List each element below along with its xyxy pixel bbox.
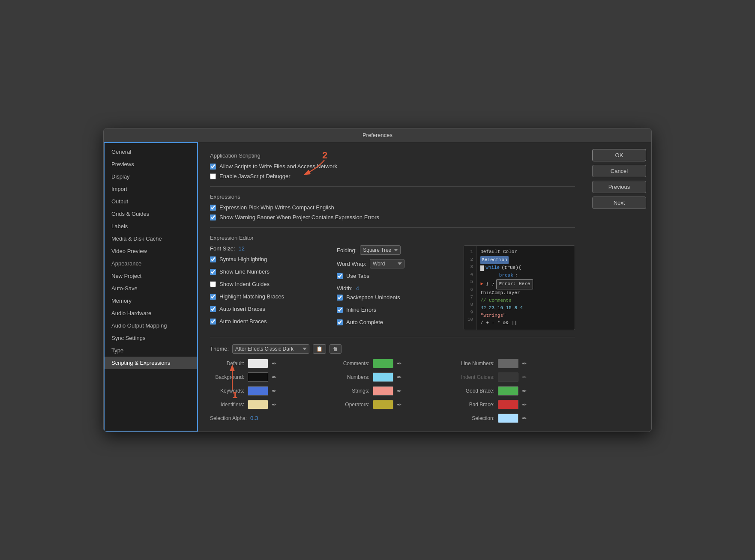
comments-color-item: Comments: ✒ (335, 359, 450, 368)
allow-scripts-checkbox[interactable] (210, 164, 216, 170)
expressions-header: Expressions (210, 194, 575, 200)
enable-debugger-checkbox[interactable] (210, 173, 216, 179)
good-brace-eyedropper[interactable]: ✒ (522, 388, 527, 394)
background-swatch[interactable] (248, 372, 268, 382)
background-eyedropper[interactable]: ✒ (272, 374, 277, 380)
operators-swatch[interactable] (373, 400, 393, 409)
operators-label: Operators: (335, 402, 369, 408)
sidebar-item-labels[interactable]: Labels (105, 220, 197, 232)
sidebar-item-memory[interactable]: Memory (105, 295, 197, 307)
theme-copy-button[interactable]: 📋 (313, 344, 326, 354)
good-brace-swatch[interactable] (498, 386, 518, 396)
numbers-swatch[interactable] (373, 372, 393, 382)
theme-delete-button[interactable]: 🗑 (330, 344, 342, 354)
strings-eyedropper[interactable]: ✒ (397, 388, 402, 394)
use-tabs-checkbox[interactable] (337, 273, 343, 279)
comments-swatch[interactable] (373, 359, 393, 368)
sidebar-item-general[interactable]: General (105, 146, 197, 158)
selection-eyedropper[interactable]: ✒ (522, 415, 527, 421)
sidebar-item-auto-save[interactable]: Auto-Save (105, 282, 197, 295)
identifiers-color-item: Identifiers: ✒ (210, 400, 325, 409)
sidebar-item-media-disk-cache[interactable]: Media & Disk Cache (105, 232, 197, 245)
sidebar-item-sync-settings[interactable]: Sync Settings (105, 332, 197, 344)
highlight-braces-checkbox[interactable] (210, 294, 216, 300)
cancel-button[interactable]: Cancel (592, 165, 646, 177)
strings-swatch[interactable] (373, 386, 393, 396)
expression-editor-header: Expression Editor (210, 235, 575, 241)
bad-brace-eyedropper[interactable]: ✒ (522, 402, 527, 408)
syntax-highlighting-checkbox[interactable] (210, 256, 216, 262)
sidebar-item-audio-output-mapping[interactable]: Audio Output Mapping (105, 319, 197, 332)
numbers-color-item: Numbers: ✒ (335, 372, 450, 382)
indent-guides-eyedropper: ✒ (522, 374, 527, 380)
identifiers-swatch[interactable] (248, 400, 268, 409)
auto-indent-braces-checkbox[interactable] (210, 319, 216, 325)
selection-swatch[interactable] (498, 414, 518, 423)
auto-complete-label: Auto Complete (346, 319, 383, 325)
theme-label: Theme: (210, 346, 229, 352)
ok-button[interactable]: OK (592, 149, 646, 161)
selection-alpha-item: Selection Alpha: 0.3 (210, 414, 325, 423)
identifiers-eyedropper[interactable]: ✒ (272, 402, 277, 408)
pick-whip-label: Expression Pick Whip Writes Compact Engl… (219, 204, 334, 211)
sidebar-item-previews[interactable]: Previews (105, 158, 197, 170)
sidebar-item-video-preview[interactable]: Video Preview (105, 245, 197, 257)
folding-select[interactable]: Square Tree None Indent (360, 245, 401, 255)
previous-button[interactable]: Previous (592, 181, 646, 193)
line-numbers-eyedropper[interactable]: ✒ (522, 360, 527, 366)
color-grid: Default: ✒ Comments: ✒ Line Numbers: ✒ (210, 359, 575, 423)
show-line-numbers-checkbox[interactable] (210, 269, 216, 275)
comments-eyedropper[interactable]: ✒ (397, 360, 402, 366)
sidebar-item-appearance[interactable]: Appearance (105, 257, 197, 270)
allow-scripts-row: Allow Scripts to Write Files and Access … (210, 163, 575, 170)
good-brace-color-item: Good Brace: ✒ (460, 386, 575, 396)
auto-indent-braces-label: Auto Indent Braces (219, 318, 267, 325)
auto-insert-braces-label: Auto Insert Braces (219, 306, 265, 312)
right-buttons-panel: OK Cancel Previous Next (587, 142, 651, 432)
width-label: Width: (337, 285, 353, 292)
next-button[interactable]: Next (592, 197, 646, 209)
app-scripting-section: Application Scripting Allow Scripts to W… (210, 152, 575, 179)
syntax-highlighting-label: Syntax Highlighting (219, 256, 267, 262)
pick-whip-row: Expression Pick Whip Writes Compact Engl… (210, 204, 575, 211)
enable-debugger-label: Enable JavaScript Debugger (219, 173, 291, 179)
use-tabs-label: Use Tabs (346, 273, 369, 279)
wordwrap-select[interactable]: Word None Character (370, 259, 404, 268)
code-line-2: Selection (480, 256, 571, 265)
left-checkboxes: Syntax Highlighting Show Line Numbers Sh… (210, 256, 328, 328)
background-color-item: Background: ✒ (210, 372, 325, 382)
line-numbers-swatch[interactable] (498, 359, 518, 368)
keywords-eyedropper[interactable]: ✒ (272, 388, 277, 394)
sidebar-item-import[interactable]: Import (105, 183, 197, 195)
default-swatch[interactable] (248, 359, 268, 368)
default-eyedropper[interactable]: ✒ (272, 360, 277, 366)
sidebar-item-type[interactable]: Type (105, 344, 197, 357)
allow-scripts-label: Allow Scripts to Write Files and Access … (219, 163, 337, 170)
sidebar-item-display[interactable]: Display (105, 170, 197, 183)
backspace-unindents-label: Backspace Unindents (346, 294, 400, 301)
sidebar-item-output[interactable]: Output (105, 195, 197, 208)
bad-brace-swatch[interactable] (498, 400, 518, 409)
operators-eyedropper[interactable]: ✒ (397, 402, 402, 408)
comments-label: Comments: (335, 360, 369, 366)
inline-errors-checkbox[interactable] (337, 307, 343, 313)
sidebar-item-scripting-expressions[interactable]: Scripting & Expressions (105, 357, 197, 369)
theme-select[interactable]: After Effects Classic Dark After Effects… (232, 344, 309, 354)
pick-whip-checkbox[interactable] (210, 205, 216, 211)
line-numbers-label: Line Numbers: (460, 360, 494, 366)
show-indent-guides-checkbox[interactable] (210, 281, 216, 287)
sidebar-item-audio-hardware[interactable]: Audio Hardware (105, 307, 197, 319)
sidebar-item-grids-guides[interactable]: Grids & Guides (105, 208, 197, 220)
show-warning-checkbox[interactable] (210, 214, 216, 220)
auto-complete-checkbox[interactable] (337, 319, 343, 325)
folding-row: Folding: Square Tree None Indent (337, 245, 455, 255)
backspace-unindents-checkbox[interactable] (337, 295, 343, 301)
keywords-swatch[interactable] (248, 386, 268, 396)
preferences-window: Preferences General Previews Display Imp… (103, 128, 652, 432)
selection-color-label: Selection: (460, 415, 494, 421)
selection-alpha-value: 0.3 (250, 415, 258, 421)
sidebar-item-new-project[interactable]: New Project (105, 270, 197, 282)
code-line-8: 42 23 16 15 8 4 (480, 304, 571, 312)
numbers-eyedropper[interactable]: ✒ (397, 374, 402, 380)
auto-insert-braces-checkbox[interactable] (210, 306, 216, 312)
